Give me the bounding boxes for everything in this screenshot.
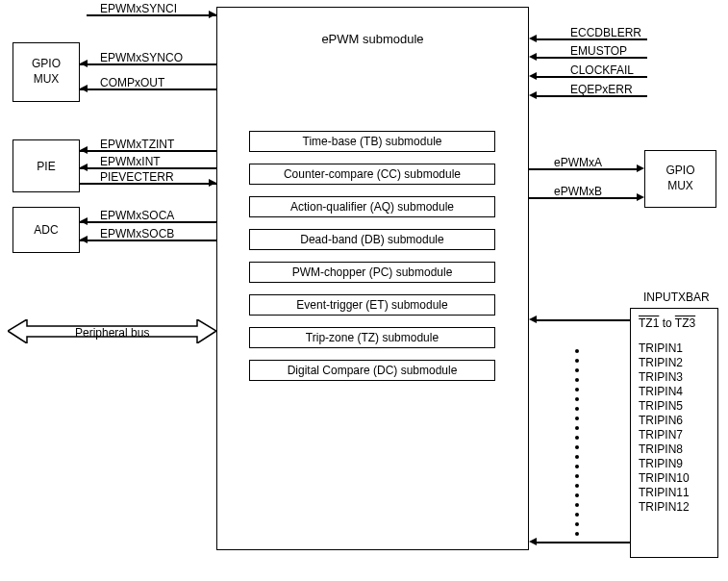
gpio-mux-label: GPIO MUX [32, 57, 61, 87]
tripin-9: TRIPIN9 [639, 457, 712, 470]
arrow-synci [209, 11, 216, 18]
tripin-3: TRIPIN3 [639, 370, 712, 384]
arrow-clockfail [529, 72, 537, 80]
submodule-label: Dead-band (DB) submodule [300, 233, 443, 246]
submodule-pc: PWM-chopper (PC) submodule [249, 262, 495, 283]
label-pievect: PIEVECTERR [100, 170, 174, 184]
submodule-tz: Trip-zone (TZ) submodule [249, 327, 495, 348]
label-synci: EPWMxSYNCI [100, 2, 177, 15]
tripin-4: TRIPIN4 [639, 385, 712, 398]
tripin-1: TRIPIN1 [639, 341, 712, 355]
submodule-aq: Action-qualifier (AQ) submodule [249, 196, 495, 217]
submodule-label: Counter-compare (CC) submodule [284, 167, 461, 181]
label-compxout: COMPxOUT [100, 76, 164, 89]
adc-block: ADC [13, 207, 80, 253]
arrow-soca [80, 217, 88, 225]
arrow-epwma [637, 164, 644, 172]
label-eqepxerr: EQEPxERR [570, 83, 633, 96]
submodule-label: Digital Compare (DC) submodule [288, 364, 458, 377]
inputxbar-tz: TZ1 to TZ3 [639, 316, 712, 330]
submodule-label: Action-qualifier (AQ) submodule [290, 200, 454, 214]
pie-block: PIE [13, 139, 80, 192]
arrow-eqepxerr [529, 91, 537, 99]
submodule-tb: Time-base (TB) submodule [249, 131, 495, 152]
label-epwmb: ePWMxB [554, 185, 602, 198]
gpio-mux-label-right: GPIO MUX [665, 164, 694, 193]
arrow-synco [80, 60, 88, 67]
tripin-5: TRIPIN5 [639, 399, 712, 413]
signal-dots [575, 346, 579, 539]
submodule-et: Event-trigger (ET) submodule [249, 294, 495, 316]
label-eccdblerr: ECCDBLERR [570, 26, 641, 39]
arrow-tripin [529, 538, 537, 545]
arrow-compxout [80, 85, 88, 92]
arrow-xint [80, 164, 88, 171]
epwm-title: ePWM submodule [217, 32, 528, 46]
tripin-12: TRIPIN12 [639, 500, 712, 514]
right-gpio-mux-block: GPIO MUX [644, 150, 716, 208]
arrow-epwmb [637, 193, 644, 201]
tripin-6: TRIPIN6 [639, 414, 712, 427]
tripin-11: TRIPIN11 [639, 486, 712, 499]
adc-label: ADC [34, 223, 58, 237]
arrow-tz [529, 316, 537, 323]
label-clockfail: CLOCKFAIL [570, 63, 634, 77]
submodule-label: Time-base (TB) submodule [303, 135, 442, 148]
submodule-label: PWM-chopper (PC) submodule [292, 265, 453, 279]
tripin-10: TRIPIN10 [639, 471, 712, 485]
label-soca: EPWMxSOCA [100, 209, 174, 222]
conn-tz [536, 319, 630, 321]
label-xint: EPWMxINT [100, 155, 161, 168]
tz-overline2: TZ3 [675, 316, 695, 330]
arrow-pievect [209, 179, 216, 187]
tz-overline: TZ1 [639, 316, 659, 330]
arrow-tzint [80, 146, 88, 154]
inputxbar-block: TZ1 to TZ3 TRIPIN1 TRIPIN2 TRIPIN3 TRIPI… [630, 308, 718, 558]
submodule-cc: Counter-compare (CC) submodule [249, 164, 495, 185]
inputxbar-title: INPUTXBAR [643, 290, 710, 304]
conn-tripin [536, 542, 630, 543]
tripin-8: TRIPIN8 [639, 442, 712, 456]
pie-label: PIE [37, 160, 55, 173]
arrow-emustop [529, 53, 537, 61]
label-epwma: ePWMxA [554, 156, 602, 169]
submodule-db: Dead-band (DB) submodule [249, 229, 495, 250]
label-socb: EPWMxSOCB [100, 227, 174, 240]
submodule-label: Event-trigger (ET) submodule [296, 298, 447, 312]
tripin-2: TRIPIN2 [639, 356, 712, 369]
tripin-7: TRIPIN7 [639, 428, 712, 442]
label-tzint: EPWMxTZINT [100, 138, 174, 151]
submodule-dc: Digital Compare (DC) submodule [249, 360, 495, 381]
arrow-socb [80, 236, 88, 243]
arrow-eccdblerr [529, 35, 537, 42]
left-gpio-mux-block: GPIO MUX [13, 42, 80, 102]
submodule-label: Trip-zone (TZ) submodule [306, 331, 439, 344]
label-emustop: EMUSTOP [570, 44, 627, 58]
peripheral-bus-label: Peripheral bus [75, 326, 149, 340]
label-synco: EPWMxSYNCO [100, 51, 183, 64]
